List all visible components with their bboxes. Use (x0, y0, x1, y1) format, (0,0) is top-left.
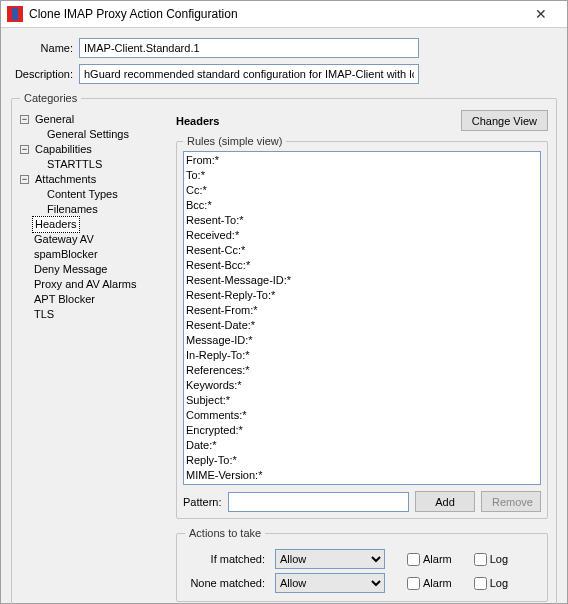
tree-item-headers[interactable]: Headers (32, 216, 80, 233)
tree-item-content-types[interactable]: Content Types (45, 187, 120, 202)
right-pane: Headers Change View Rules (simple view) … (176, 110, 548, 602)
change-view-button[interactable]: Change View (461, 110, 548, 131)
rule-item[interactable]: Message-ID:* (186, 333, 538, 348)
tree-item-deny-message[interactable]: Deny Message (32, 262, 109, 277)
pattern-label: Pattern: (183, 496, 222, 508)
rule-item[interactable]: Resent-Message-ID:* (186, 273, 538, 288)
tree-item-apt-blocker[interactable]: APT Blocker (32, 292, 97, 307)
none-matched-label: None matched: (185, 577, 265, 589)
categories-fieldset: Categories −General General Settings −Ca… (11, 92, 557, 604)
categories-legend: Categories (20, 92, 81, 104)
if-matched-log-checkbox[interactable] (474, 553, 487, 566)
close-button[interactable]: ✕ (521, 1, 561, 27)
rule-item[interactable]: Comments:* (186, 408, 538, 423)
rule-item[interactable]: MIME-Version:* (186, 468, 538, 483)
close-icon: ✕ (535, 6, 547, 22)
add-button[interactable]: Add (415, 491, 475, 512)
pattern-input[interactable] (228, 492, 409, 512)
content-area: Name: Description: Categories −General G… (1, 28, 567, 604)
rules-legend: Rules (simple view) (183, 135, 286, 147)
rule-item[interactable]: Resent-To:* (186, 213, 538, 228)
rule-item[interactable]: References:* (186, 363, 538, 378)
rule-item[interactable]: Date:* (186, 438, 538, 453)
name-input[interactable] (79, 38, 419, 58)
dialog-window: Clone IMAP Proxy Action Configuration ✕ … (0, 0, 568, 604)
remove-button[interactable]: Remove (481, 491, 541, 512)
name-row: Name: (11, 38, 557, 58)
tree-item-gateway-av[interactable]: Gateway AV (32, 232, 96, 247)
if-matched-alarm-checkbox[interactable] (407, 553, 420, 566)
if-matched-label: If matched: (185, 553, 265, 565)
rule-item[interactable]: Resent-Date:* (186, 318, 538, 333)
expand-icon[interactable]: − (20, 145, 29, 154)
tree-item-general-settings[interactable]: General Settings (45, 127, 131, 142)
tree-item-spamblocker[interactable]: spamBlocker (32, 247, 100, 262)
alarm-label: Alarm (423, 553, 452, 565)
rule-item[interactable]: In-Reply-To:* (186, 348, 538, 363)
rule-item[interactable]: Reply-To:* (186, 453, 538, 468)
description-input[interactable] (79, 64, 419, 84)
description-row: Description: (11, 64, 557, 84)
rule-item[interactable]: Bcc:* (186, 198, 538, 213)
tree-item-starttls[interactable]: STARTTLS (45, 157, 104, 172)
categories-tree[interactable]: −General General Settings −Capabilities … (20, 110, 168, 602)
rule-item[interactable]: Subject:* (186, 393, 538, 408)
tree-item-tls[interactable]: TLS (32, 307, 56, 322)
expand-icon[interactable]: − (20, 175, 29, 184)
tree-item-general[interactable]: General (33, 112, 76, 127)
actions-legend: Actions to take (185, 527, 265, 539)
rule-item[interactable]: Keywords:* (186, 378, 538, 393)
tree-item-attachments[interactable]: Attachments (33, 172, 98, 187)
actions-fieldset: Actions to take If matched: Allow Alarm … (176, 527, 548, 602)
titlebar: Clone IMAP Proxy Action Configuration ✕ (1, 1, 567, 28)
rule-item[interactable]: Encrypted:* (186, 423, 538, 438)
description-label: Description: (11, 68, 73, 80)
tree-item-capabilities[interactable]: Capabilities (33, 142, 94, 157)
log-label: Log (490, 553, 508, 565)
rule-item[interactable]: Received:* (186, 228, 538, 243)
log-label: Log (490, 577, 508, 589)
none-matched-select[interactable]: Allow (275, 573, 385, 593)
rule-item[interactable]: Resent-Reply-To:* (186, 288, 538, 303)
name-label: Name: (11, 42, 73, 54)
rule-item[interactable]: Cc:* (186, 183, 538, 198)
rule-item[interactable]: Resent-Cc:* (186, 243, 538, 258)
rule-item[interactable]: To:* (186, 168, 538, 183)
rules-listbox[interactable]: From:*To:*Cc:*Bcc:*Resent-To:*Received:*… (183, 151, 541, 485)
tree-item-proxy-av[interactable]: Proxy and AV Alarms (32, 277, 139, 292)
tree-item-filenames[interactable]: Filenames (45, 202, 100, 217)
none-matched-log-checkbox[interactable] (474, 577, 487, 590)
panel-title: Headers (176, 115, 461, 127)
alarm-label: Alarm (423, 577, 452, 589)
rules-fieldset: Rules (simple view) From:*To:*Cc:*Bcc:*R… (176, 135, 548, 519)
none-matched-alarm-checkbox[interactable] (407, 577, 420, 590)
rule-item[interactable]: From:* (186, 153, 538, 168)
app-icon (7, 6, 23, 22)
if-matched-select[interactable]: Allow (275, 549, 385, 569)
rule-item[interactable]: Resent-Bcc:* (186, 258, 538, 273)
rule-item[interactable]: Resent-From:* (186, 303, 538, 318)
window-title: Clone IMAP Proxy Action Configuration (29, 7, 521, 21)
expand-icon[interactable]: − (20, 115, 29, 124)
